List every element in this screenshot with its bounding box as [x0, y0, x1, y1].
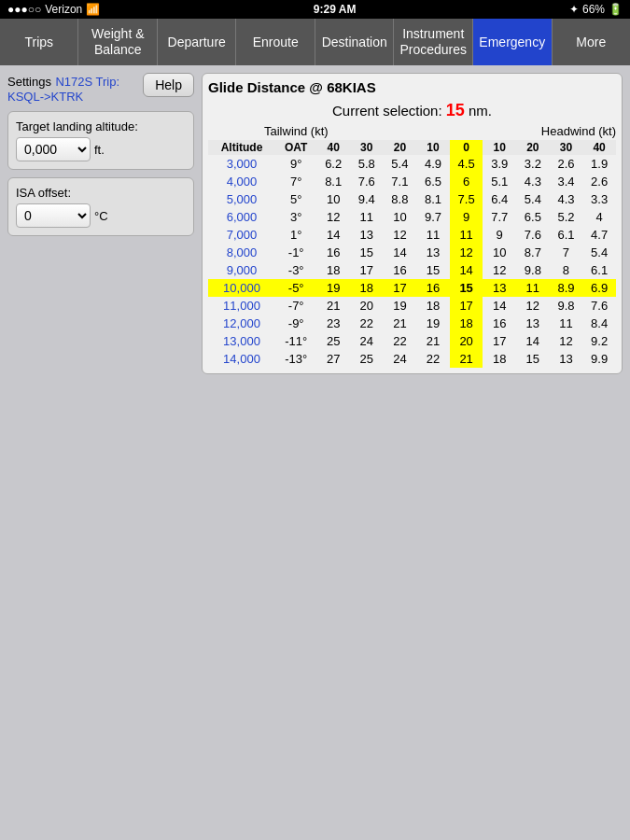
- value-cell: 7.5: [450, 190, 483, 208]
- col-zero: 0: [450, 140, 483, 155]
- current-selection-prefix: Current selection:: [332, 103, 442, 119]
- table-row: 11,000-7°212019181714129.87.6: [208, 297, 616, 315]
- altitude-cell[interactable]: 3,000: [208, 155, 275, 173]
- value-cell: 16: [483, 315, 516, 332]
- value-cell: 19: [416, 315, 450, 332]
- target-landing-altitude-select[interactable]: 0,000 1,000 2,000 3,000: [16, 137, 91, 161]
- value-cell: 1.9: [582, 155, 616, 173]
- col-tail-20: 20: [384, 140, 417, 155]
- tab-more[interactable]: More: [553, 19, 630, 65]
- table-row: 14,000-13°27252422211815139.9: [208, 350, 616, 368]
- value-cell: 9: [483, 226, 516, 244]
- value-cell: 9.4: [350, 190, 384, 208]
- value-cell: 6: [450, 173, 483, 190]
- value-cell: 14: [450, 261, 483, 279]
- value-cell: 13: [483, 279, 516, 297]
- value-cell: 4.3: [550, 190, 583, 208]
- carrier-label: Verizon: [45, 3, 82, 16]
- value-cell: 3.9: [483, 155, 516, 173]
- value-cell: 7: [550, 244, 583, 261]
- value-cell: 5.1: [483, 173, 516, 190]
- oat-cell: 7°: [275, 173, 316, 190]
- value-cell: 5.4: [384, 155, 417, 173]
- value-cell: 11: [450, 226, 483, 244]
- value-cell: 8.7: [516, 244, 550, 261]
- value-cell: 6.2: [316, 155, 350, 173]
- altitude-cell[interactable]: 6,000: [208, 208, 275, 226]
- altitude-cell[interactable]: 9,000: [208, 261, 275, 279]
- value-cell: 15: [450, 279, 483, 297]
- battery-label: 66%: [582, 3, 605, 16]
- value-cell: 6.5: [416, 173, 450, 190]
- help-button[interactable]: Help: [143, 73, 194, 97]
- value-cell: 15: [416, 261, 450, 279]
- value-cell: 13: [350, 226, 384, 244]
- value-cell: 4.5: [450, 155, 483, 173]
- table-row: 13,000-11°25242221201714129.2: [208, 332, 616, 350]
- value-cell: 16: [316, 244, 350, 261]
- glide-table: Altitude OAT 40 30 20 10 0 10 20 30 40 3…: [208, 140, 616, 368]
- tab-departure[interactable]: Departure: [158, 19, 236, 65]
- value-cell: 22: [350, 315, 384, 332]
- value-cell: 7.1: [384, 173, 417, 190]
- target-landing-altitude-group: Target landing altitude: 0,000 1,000 2,0…: [7, 111, 194, 170]
- value-cell: 9.8: [550, 297, 583, 315]
- altitude-cell[interactable]: 5,000: [208, 190, 275, 208]
- value-cell: 20: [350, 297, 384, 315]
- oat-cell: 3°: [275, 208, 316, 226]
- table-row: 12,000-9°23222119181613118.4: [208, 315, 616, 332]
- value-cell: 13: [550, 350, 583, 368]
- altitude-cell[interactable]: 14,000: [208, 350, 275, 368]
- oat-cell: -7°: [275, 297, 316, 315]
- value-cell: 12: [483, 261, 516, 279]
- target-landing-altitude-unit: ft.: [94, 143, 105, 157]
- altitude-cell[interactable]: 11,000: [208, 297, 275, 315]
- route-link[interactable]: KSQL->KTRK: [7, 90, 119, 104]
- isa-offset-select[interactable]: 0 5 -5: [16, 203, 91, 228]
- value-cell: 12: [516, 297, 550, 315]
- altitude-cell[interactable]: 8,000: [208, 244, 275, 261]
- value-cell: 7.6: [350, 173, 384, 190]
- value-cell: 11: [416, 226, 450, 244]
- value-cell: 6.9: [582, 279, 616, 297]
- tab-instrument-procedures[interactable]: InstrumentProcedures: [394, 19, 473, 65]
- value-cell: 15: [350, 244, 384, 261]
- altitude-cell[interactable]: 7,000: [208, 226, 275, 244]
- oat-cell: -5°: [275, 279, 316, 297]
- signal-dots: ●●●○○: [7, 3, 41, 16]
- value-cell: 9.8: [516, 261, 550, 279]
- isa-offset-label: ISA offset:: [16, 186, 186, 200]
- value-cell: 9.2: [582, 332, 616, 350]
- value-cell: 9: [450, 208, 483, 226]
- value-cell: 17: [483, 332, 516, 350]
- value-cell: 8.9: [550, 279, 583, 297]
- table-row: 8,000-1°1615141312108.775.4: [208, 244, 616, 261]
- tab-weight-balance[interactable]: Weight &Balance: [78, 19, 157, 65]
- tab-destination[interactable]: Destination: [315, 19, 394, 65]
- value-cell: 24: [384, 350, 417, 368]
- value-cell: 21: [416, 332, 450, 350]
- tab-emergency[interactable]: Emergency: [473, 19, 552, 65]
- altitude-cell[interactable]: 12,000: [208, 315, 275, 332]
- oat-cell: 5°: [275, 190, 316, 208]
- main-content: Settings N172S Trip: KSQL->KTRK Help Tar…: [0, 65, 630, 382]
- altitude-cell[interactable]: 13,000: [208, 332, 275, 350]
- value-cell: 18: [316, 261, 350, 279]
- value-cell: 21: [384, 315, 417, 332]
- trip-link[interactable]: N172S Trip:: [55, 75, 119, 89]
- value-cell: 11: [516, 279, 550, 297]
- altitude-cell[interactable]: 4,000: [208, 173, 275, 190]
- col-tail-10: 10: [416, 140, 450, 155]
- value-cell: 8.8: [384, 190, 417, 208]
- value-cell: 4.3: [516, 173, 550, 190]
- target-landing-altitude-input-row: 0,000 1,000 2,000 3,000 ft.: [16, 137, 186, 161]
- isa-offset-input-row: 0 5 -5 °C: [16, 203, 186, 228]
- tab-trips[interactable]: Trips: [0, 19, 78, 65]
- table-header-row: Altitude OAT 40 30 20 10 0 10 20 30 40: [208, 140, 616, 155]
- oat-cell: -9°: [275, 315, 316, 332]
- col-head-40: 40: [582, 140, 616, 155]
- value-cell: 25: [350, 350, 384, 368]
- tab-enroute[interactable]: Enroute: [236, 19, 315, 65]
- altitude-cell[interactable]: 10,000: [208, 279, 275, 297]
- value-cell: 7.6: [582, 297, 616, 315]
